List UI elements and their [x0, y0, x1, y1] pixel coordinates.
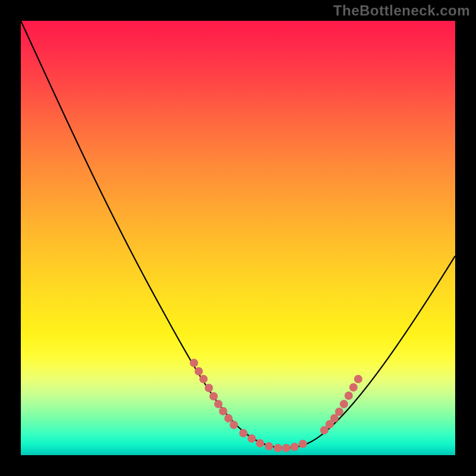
marker-dot — [349, 383, 358, 392]
marker-dot — [199, 375, 208, 383]
marker-dot — [205, 384, 213, 392]
marker-dot — [335, 408, 343, 416]
marker-dot — [290, 443, 299, 451]
marker-dot — [224, 414, 233, 422]
marker-dot — [265, 442, 273, 450]
curve-overlay — [21, 21, 455, 455]
marker-dot — [195, 367, 203, 375]
marker-dot — [299, 440, 307, 448]
plot-area — [21, 21, 455, 455]
marker-dot — [282, 444, 290, 452]
marker-dot — [190, 359, 198, 367]
marker-dot — [274, 444, 282, 452]
marker-dot — [256, 439, 264, 447]
marker-dot — [230, 421, 238, 429]
marker-dot — [219, 407, 227, 415]
marker-dot — [248, 434, 256, 443]
marker-dot — [214, 400, 223, 408]
marker-dot — [239, 429, 248, 437]
marker-dot — [354, 375, 362, 383]
marker-dot — [340, 400, 348, 408]
chart-container: TheBottleneck.com — [0, 0, 476, 476]
marker-dot — [209, 392, 218, 400]
watermark-text: TheBottleneck.com — [333, 2, 470, 19]
marker-dot — [345, 392, 353, 400]
bottleneck-curve-path — [21, 21, 455, 448]
